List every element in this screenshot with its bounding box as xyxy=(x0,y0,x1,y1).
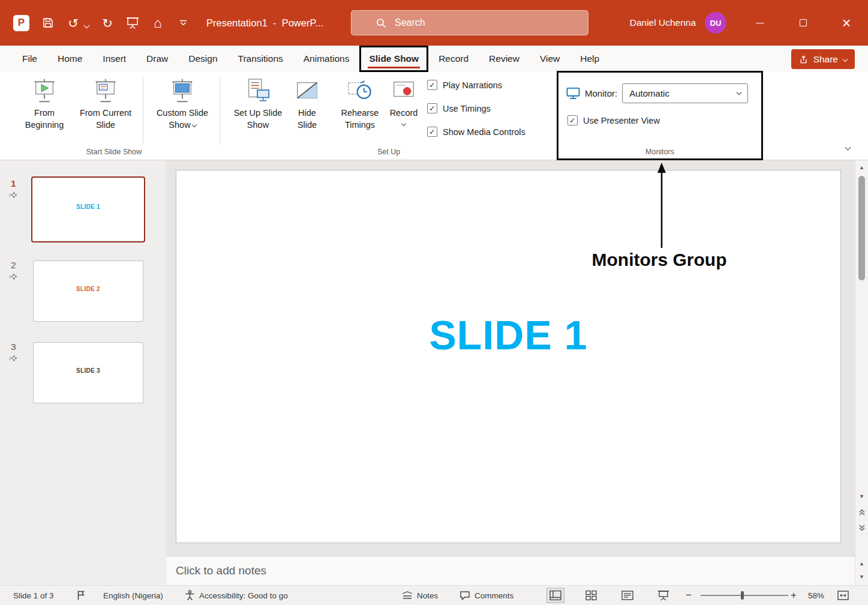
start-slideshow-quick-button[interactable] xyxy=(126,15,139,31)
tab-insert[interactable]: Insert xyxy=(92,46,136,72)
play-narrations-checkbox[interactable]: ✓ Play Narrations xyxy=(427,80,502,90)
accessibility-button[interactable]: Accessibility: Good to go xyxy=(185,590,288,601)
checkbox-checked-icon: ✓ xyxy=(427,80,437,90)
hide-slide-icon xyxy=(294,77,320,104)
tab-help[interactable]: Help xyxy=(570,46,609,72)
notes-scroll-up-button[interactable]: ▲ xyxy=(855,561,868,567)
zoom-slider-thumb[interactable] xyxy=(741,591,744,600)
maximize-button[interactable] xyxy=(782,0,825,46)
record-button[interactable]: Record xyxy=(385,77,422,125)
normal-view-button[interactable] xyxy=(547,589,564,603)
search-input[interactable]: Search xyxy=(351,10,588,35)
tab-design[interactable]: Design xyxy=(178,46,227,72)
zoom-level[interactable]: 58% xyxy=(808,591,824,600)
tab-slide-show[interactable]: Slide Show xyxy=(359,46,428,72)
slide-thumbnail-2[interactable]: SLIDE 2 xyxy=(33,260,143,322)
slide-title-text[interactable]: SLIDE 1 xyxy=(176,312,840,358)
customize-toolbar-button[interactable] xyxy=(176,15,190,31)
close-icon: × xyxy=(842,16,851,31)
zoom-out-button[interactable]: − xyxy=(686,589,692,601)
slide-sorter-view-button[interactable] xyxy=(583,589,599,603)
tab-transitions[interactable]: Transitions xyxy=(228,46,293,72)
play-narrations-label: Play Narrations xyxy=(443,80,502,90)
custom-slide-show-button[interactable]: Custom Slide Show xyxy=(148,77,217,131)
monitor-dropdown[interactable]: Automatic xyxy=(622,83,748,103)
show-media-controls-checkbox[interactable]: ✓ Show Media Controls xyxy=(427,127,525,137)
from-current-slide-button[interactable]: From Current Slide xyxy=(73,77,138,131)
minus-icon: − xyxy=(686,589,692,601)
scroll-up-button[interactable]: ▲ xyxy=(855,165,868,170)
redo-button[interactable]: ↻ xyxy=(101,15,114,31)
document-title: Presentation1 - PowerP... xyxy=(206,0,323,46)
scroll-down-button[interactable]: ▼ xyxy=(855,494,868,499)
tab-file[interactable]: File xyxy=(12,46,47,72)
transition-star-icon[interactable] xyxy=(9,191,17,199)
monitor-icon xyxy=(566,87,580,100)
transition-star-icon[interactable] xyxy=(9,355,17,363)
use-presenter-view-label: Use Presenter View xyxy=(583,116,660,125)
tab-view[interactable]: View xyxy=(530,46,570,72)
notes-scroll-down-button[interactable]: ▼ xyxy=(855,574,868,580)
reading-view-button[interactable] xyxy=(619,589,636,602)
set-up-slide-show-button[interactable]: Set Up Slide Show xyxy=(229,77,287,131)
tab-record[interactable]: Record xyxy=(428,46,479,72)
previous-slide-button[interactable] xyxy=(855,508,868,516)
home-button[interactable]: ⌂ xyxy=(151,15,164,31)
rehearse-timings-button[interactable]: Rehearse Timings xyxy=(334,77,386,131)
tab-draw[interactable]: Draw xyxy=(136,46,178,72)
notes-pane[interactable]: Click to add notes xyxy=(166,556,855,585)
save-button[interactable] xyxy=(41,15,55,31)
language-button[interactable]: English (Nigeria) xyxy=(103,591,163,600)
use-presenter-view-checkbox[interactable]: ✓ Use Presenter View xyxy=(567,115,660,125)
slideshow-screen-icon xyxy=(126,17,139,29)
minimize-button[interactable] xyxy=(738,0,782,46)
avatar[interactable]: DU xyxy=(705,12,726,34)
close-button[interactable]: × xyxy=(825,0,868,46)
from-beginning-icon xyxy=(31,77,58,104)
arrow-down-icon: ▼ xyxy=(859,574,864,580)
maximize-icon xyxy=(800,19,807,26)
thumbnail-title: SLIDE 3 xyxy=(34,367,143,374)
zoom-slider[interactable] xyxy=(701,595,788,596)
tab-home[interactable]: Home xyxy=(47,46,92,72)
fit-to-window-icon xyxy=(837,591,849,600)
fit-slide-to-window-button[interactable] xyxy=(837,591,849,600)
monitor-row: Monitor: Automatic xyxy=(566,83,748,103)
spell-check-button[interactable] xyxy=(77,591,85,601)
comments-button[interactable]: Comments xyxy=(459,591,513,600)
collapse-ribbon-chevron-icon[interactable] xyxy=(845,145,851,151)
accessibility-status: Accessibility: Good to go xyxy=(199,591,288,600)
thumbnail-title: SLIDE 2 xyxy=(34,286,143,292)
powerpoint-logo-icon[interactable]: P xyxy=(13,15,29,31)
slide-thumbnail-1[interactable]: SLIDE 1 xyxy=(31,176,145,242)
slide-canvas[interactable]: SLIDE 1 xyxy=(176,170,841,543)
from-beginning-button[interactable]: From Beginning xyxy=(16,77,73,131)
next-slide-button[interactable] xyxy=(855,524,868,532)
zoom-in-button[interactable]: + xyxy=(791,589,797,601)
custom-slide-show-label: Custom Slide Show xyxy=(151,107,214,131)
account-name[interactable]: Daniel Uchenna xyxy=(630,0,696,46)
vertical-scrollbar[interactable]: ▲ ▼ ▲ ▼ xyxy=(855,160,868,585)
group-label-set-up: Set Up xyxy=(329,148,449,156)
scrollbar-thumb[interactable] xyxy=(858,176,865,280)
transition-star-icon[interactable] xyxy=(9,273,17,281)
comments-label: Comments xyxy=(474,591,513,600)
slide-indicator: Slide 1 of 3 xyxy=(13,591,54,600)
arrow-up-icon: ▲ xyxy=(859,165,864,170)
ribbon-divider xyxy=(143,77,143,144)
tab-review[interactable]: Review xyxy=(479,46,530,72)
use-timings-checkbox[interactable]: ✓ Use Timings xyxy=(427,103,491,113)
show-media-controls-label: Show Media Controls xyxy=(443,127,525,137)
window-controls: × xyxy=(738,0,868,46)
from-current-slide-label: From Current Slide xyxy=(74,107,137,131)
slide-thumbnail-3[interactable]: SLIDE 3 xyxy=(33,342,143,403)
hide-slide-button[interactable]: Hide Slide xyxy=(286,77,328,131)
tab-animations[interactable]: Animations xyxy=(293,46,360,72)
from-beginning-label: From Beginning xyxy=(19,107,70,131)
undo-button[interactable]: ↺ xyxy=(67,15,80,31)
slide-show-view-button[interactable] xyxy=(655,588,672,603)
notes-toggle-button[interactable]: Notes xyxy=(402,591,438,600)
share-button[interactable]: Share xyxy=(791,49,855,69)
set-up-slide-show-label: Set Up Slide Show xyxy=(230,107,286,131)
undo-dropdown-chevron-icon[interactable] xyxy=(84,22,90,28)
